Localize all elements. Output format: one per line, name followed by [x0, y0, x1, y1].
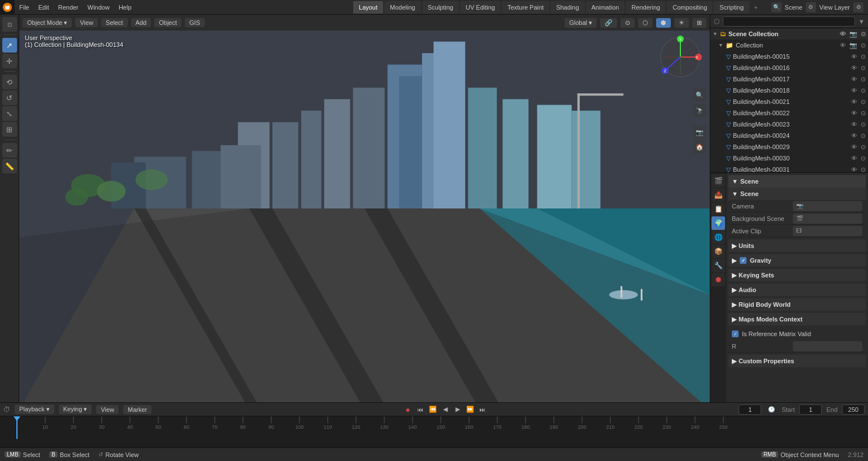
viewport-gizmo[interactable]: X Y Z: [658, 34, 703, 80]
gis-menu[interactable]: GIS: [185, 18, 205, 27]
scale-tool-btn[interactable]: ⤡: [2, 106, 17, 121]
view-camera-btn[interactable]: 📷: [693, 125, 706, 139]
global-transform-selector[interactable]: Global ▾: [565, 18, 597, 28]
proportional-edit-btn[interactable]: ⊙: [620, 18, 635, 28]
measure-tool-btn[interactable]: 📏: [2, 159, 17, 173]
list-item[interactable]: ▽ BuildingMesh-00015 👁 ⊙: [710, 51, 868, 62]
annotate-tool-btn[interactable]: ✏: [2, 143, 17, 158]
snap-btn[interactable]: 🔗: [600, 18, 617, 28]
step-back-btn[interactable]: ⏪: [428, 405, 438, 415]
play-reverse-btn[interactable]: ◀: [440, 405, 450, 415]
tab-compositing[interactable]: Compositing: [667, 1, 713, 14]
rigid-body-header[interactable]: ▶ Rigid Body World: [728, 298, 866, 311]
mesh-eye[interactable]: 👁: [851, 98, 857, 105]
mesh-render[interactable]: ⊙: [861, 121, 866, 128]
mesh-eye[interactable]: 👁: [851, 166, 857, 172]
tab-layout[interactable]: Layout: [353, 1, 383, 14]
mesh-render[interactable]: ⊙: [861, 87, 866, 94]
scene-icon[interactable]: ⚙: [806, 2, 816, 12]
collection-eye[interactable]: 👁: [840, 42, 846, 49]
add-workspace-button[interactable]: +: [750, 1, 761, 14]
tab-animation[interactable]: Animation: [586, 1, 625, 14]
current-frame-display[interactable]: 1: [739, 405, 761, 415]
list-item[interactable]: ▽ BuildingMesh-00031 👁 ⊙: [710, 164, 868, 172]
scene-collection-eye[interactable]: 👁: [840, 31, 846, 37]
menu-window[interactable]: Window: [83, 0, 114, 15]
mesh-render[interactable]: ⊙: [861, 132, 866, 140]
playback-menu[interactable]: Playback ▾: [15, 405, 54, 414]
prop-tab-view-layer[interactable]: 📋: [711, 202, 725, 216]
list-item[interactable]: ▽ BuildingMesh-00018 👁 ⊙: [710, 85, 868, 96]
list-item[interactable]: ▽ BuildingMesh-00024 👁 ⊙: [710, 130, 868, 141]
list-item[interactable]: ▽ BuildingMesh-00017 👁 ⊙: [710, 73, 868, 85]
jump-start-btn[interactable]: ⏮: [415, 405, 426, 415]
mesh-render[interactable]: ⊙: [861, 98, 866, 106]
mesh-eye[interactable]: 👁: [851, 110, 857, 116]
tab-uv-editing[interactable]: UV Editing: [460, 1, 501, 14]
prop-tab-world[interactable]: 🌐: [711, 230, 725, 244]
mesh-render[interactable]: ⊙: [861, 143, 866, 151]
menu-render[interactable]: Render: [54, 0, 83, 15]
outliner-search[interactable]: [723, 16, 855, 27]
background-scene-value[interactable]: 🎬: [793, 214, 862, 224]
scene-inner-header[interactable]: ▼ Scene: [728, 188, 866, 200]
transform-tool-btn[interactable]: ⊞: [2, 122, 17, 137]
view-layer-icon[interactable]: ⚙: [853, 2, 863, 12]
viewport-area[interactable]: Object Mode ▾ View Select Add Object GIS…: [19, 15, 710, 402]
cursor-tool-btn[interactable]: ✛: [2, 54, 17, 68]
list-item[interactable]: ▽ BuildingMesh-00029 👁 ⊙: [710, 141, 868, 153]
mesh-render[interactable]: ⊙: [861, 53, 866, 60]
mesh-render[interactable]: ⊙: [861, 155, 866, 162]
maps-models-header[interactable]: ▶ Maps Models Context: [728, 313, 866, 325]
start-frame-input[interactable]: 1: [799, 405, 822, 415]
mesh-render[interactable]: ⊙: [861, 76, 866, 83]
play-btn[interactable]: ▶: [453, 405, 463, 415]
list-item[interactable]: ▽ BuildingMesh-00030 👁 ⊙: [710, 153, 868, 164]
prop-tab-render[interactable]: 🎬: [711, 174, 725, 188]
zoom-in-btn[interactable]: 🔍: [693, 88, 706, 102]
list-item[interactable]: ▽ BuildingMesh-00021 👁 ⊙: [710, 96, 868, 107]
gravity-checkbox[interactable]: ✓: [740, 257, 747, 264]
prop-tab-output[interactable]: 📤: [711, 188, 725, 202]
mesh-render[interactable]: ⊙: [861, 110, 866, 117]
select-tool-btn[interactable]: ↗: [2, 38, 17, 53]
tab-texture-paint[interactable]: Texture Paint: [502, 1, 549, 14]
prop-tab-scene[interactable]: 🌍: [711, 216, 725, 230]
record-btn[interactable]: ●: [403, 405, 413, 415]
object-mode-selector[interactable]: Object Mode ▾: [23, 18, 72, 28]
ref-matrix-checkbox[interactable]: ✓: [732, 330, 739, 337]
ref-matrix-r-value[interactable]: [793, 341, 862, 351]
move-tool-btn[interactable]: ⟲: [2, 75, 17, 89]
mesh-eye[interactable]: 👁: [851, 87, 857, 94]
rotate-tool-btn[interactable]: ↺: [2, 90, 17, 105]
viewport-shading-wire[interactable]: ⬡: [638, 18, 653, 28]
custom-props-header[interactable]: ▶ Custom Properties: [728, 355, 866, 367]
viewport-shading-solid[interactable]: ⬢: [656, 18, 671, 28]
timeline-body[interactable]: 10 20 30 40 50 60 70 80 90 100 110 120 1…: [0, 416, 868, 447]
collection-camera[interactable]: 📷: [849, 42, 857, 49]
tab-scripting[interactable]: Scripting: [714, 1, 749, 14]
menu-help[interactable]: Help: [114, 0, 136, 15]
keying-sets-header[interactable]: ▶ Keying Sets: [728, 269, 866, 281]
mesh-render[interactable]: ⊙: [861, 64, 866, 72]
collection-item[interactable]: ▼ 📁 Collection 👁 📷 ⊙: [710, 40, 868, 51]
scene-collection-item[interactable]: ▼ 🗂 Scene Collection 👁 📷 ⊙: [710, 28, 868, 40]
camera-value[interactable]: 📷: [793, 201, 862, 211]
overlay-btn[interactable]: ⊞: [692, 18, 706, 28]
marker-menu[interactable]: Marker: [123, 405, 151, 414]
object-menu[interactable]: Object: [154, 18, 181, 27]
tab-shading[interactable]: Shading: [550, 1, 584, 14]
viewport-shading-render[interactable]: ☀: [674, 18, 689, 28]
view-menu[interactable]: View: [75, 18, 98, 27]
list-item[interactable]: ▽ BuildingMesh-00023 👁 ⊙: [710, 119, 868, 130]
mesh-eye[interactable]: 👁: [851, 121, 857, 128]
menu-edit[interactable]: Edit: [34, 0, 54, 15]
collection-render[interactable]: ⊙: [861, 42, 866, 49]
jump-end-btn[interactable]: ⏭: [478, 405, 488, 415]
view-all-btn[interactable]: 🏠: [693, 140, 706, 154]
prop-tab-data[interactable]: ⬢: [711, 273, 725, 286]
end-frame-input[interactable]: 250: [842, 405, 865, 415]
gravity-header[interactable]: ▶ ✓ Gravity: [728, 254, 866, 267]
tab-sculpting[interactable]: Sculpting: [422, 1, 459, 14]
scene-section-header[interactable]: ▼ Scene: [728, 175, 866, 188]
